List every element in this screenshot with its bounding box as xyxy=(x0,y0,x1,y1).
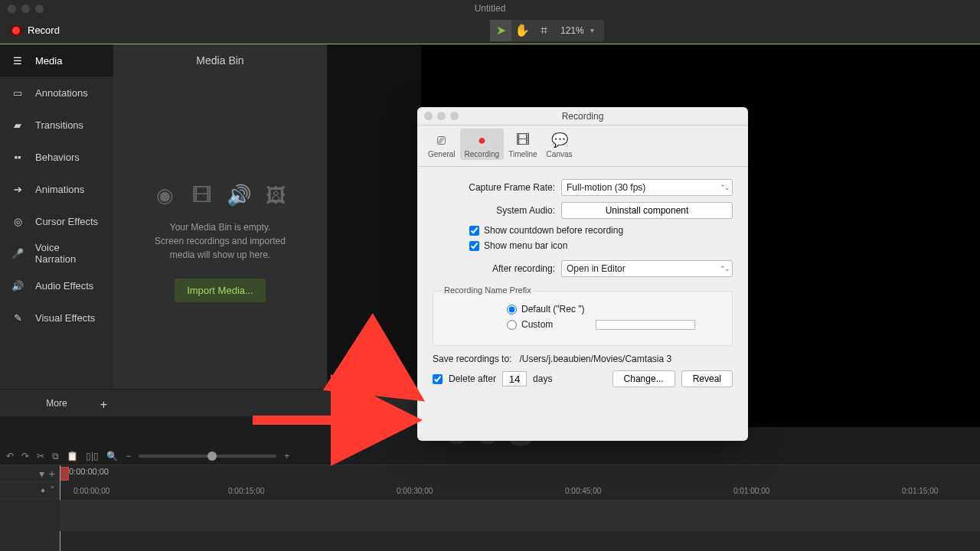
tab-general[interactable]: ⎚General xyxy=(423,129,460,160)
recording-icon: ● xyxy=(470,130,493,150)
select-value: Full-motion (30 fps) xyxy=(567,182,645,193)
sidebar-item-label: Transitions xyxy=(35,119,83,131)
ruler-mark: 0:01:00;00 xyxy=(733,487,769,495)
film-placeholder-icon: 🎞 xyxy=(191,184,214,207)
import-media-button[interactable]: Import Media... xyxy=(175,279,266,302)
sidebar-item-media[interactable]: ☰ Media xyxy=(0,44,113,77)
sidebar-item-voice-narration[interactable]: 🎤 Voice Narration xyxy=(0,237,113,269)
zoom-out-icon[interactable]: − xyxy=(126,451,131,461)
sidebar-item-visual-effects[interactable]: ✎ Visual Effects xyxy=(0,302,113,334)
system-audio-label: System Audio: xyxy=(433,205,561,216)
general-icon: ⎚ xyxy=(430,130,453,150)
timeline-toolbar: ↶ ↷ ✂ ⧉ 📋 ▯|▯ 🔍 − + xyxy=(0,447,980,465)
slider-thumb[interactable] xyxy=(207,452,217,461)
save-to-path: /Users/j.beaubien/Movies/Camtasia 3 xyxy=(519,354,733,364)
sidebar-item-cursor-effects[interactable]: ◎ Cursor Effects xyxy=(0,205,113,237)
zoom-dot[interactable] xyxy=(35,5,44,13)
ruler-mark: 0:00:30;00 xyxy=(397,487,433,495)
dialog-close-dot[interactable] xyxy=(424,112,433,120)
sidebar-item-label: Audio Effects xyxy=(35,280,93,292)
zoom-dropdown-icon[interactable]: ▾ xyxy=(590,26,604,34)
default-prefix-radio[interactable] xyxy=(507,305,517,315)
ruler-mark: 0:00:15;00 xyxy=(228,487,264,495)
dialog-tabs: ⎚General ●Recording 🎞Timeline 💬Canvas xyxy=(417,126,748,167)
canvas-tools: ➤ ✋ ⌗ 121% ▾ xyxy=(490,20,604,41)
track-header-row: ● ˅ xyxy=(0,482,60,499)
timeline-ruler[interactable]: 0:00:00;00 0:00:15;00 0:00:30;00 0:00:45… xyxy=(60,484,980,500)
tab-timeline[interactable]: 🎞Timeline xyxy=(504,129,541,160)
annotations-icon: ▭ xyxy=(11,87,24,98)
marker-icon[interactable]: ▾ xyxy=(39,468,44,480)
sidebar-item-audio-effects[interactable]: 🔊 Audio Effects xyxy=(0,269,113,302)
dialog-traffic-lights xyxy=(417,112,459,120)
copy-icon[interactable]: ⧉ xyxy=(52,451,59,461)
checkbox-label: Show menu bar icon xyxy=(484,240,567,251)
zoom-in-icon[interactable]: + xyxy=(284,451,289,461)
uninstall-component-button[interactable]: Uninstall component xyxy=(561,202,733,219)
more-button[interactable]: More + xyxy=(0,398,113,409)
custom-prefix-input[interactable] xyxy=(596,320,695,330)
animations-icon: ➔ xyxy=(11,184,24,194)
sidebar-item-label: Annotations xyxy=(35,87,88,99)
hand-tool-icon[interactable]: ✋ xyxy=(511,20,533,41)
timeline-clip[interactable] xyxy=(60,467,69,481)
cursor-effects-icon: ◎ xyxy=(11,216,24,227)
ruler-mark: 0:00:00;00 xyxy=(74,487,109,495)
delete-days-input[interactable] xyxy=(502,371,527,386)
marker-dot-icon[interactable]: ● xyxy=(41,486,45,494)
sidebar-item-animations[interactable]: ➔ Animations xyxy=(0,173,113,205)
record-label: Record xyxy=(28,24,60,36)
default-prefix-row: Default ("Rec ") xyxy=(507,304,721,315)
custom-prefix-radio[interactable] xyxy=(507,320,517,330)
undo-icon[interactable]: ↶ xyxy=(6,451,14,461)
sidebar: ☰ Media ▭ Annotations ▰ Transitions ▪▪ B… xyxy=(0,44,113,389)
record-icon xyxy=(11,25,21,36)
crop-tool-icon[interactable]: ⌗ xyxy=(533,20,554,41)
zoom-slider[interactable] xyxy=(139,455,276,458)
paste-icon[interactable]: 📋 xyxy=(67,451,78,461)
audio-placeholder-icon: 🔊 xyxy=(227,184,250,207)
tab-label: Canvas xyxy=(547,150,573,158)
audio-icon: 🔊 xyxy=(11,280,24,291)
minimize-dot[interactable] xyxy=(21,5,30,13)
dialog-titlebar: Recording xyxy=(417,107,748,126)
collapse-icon[interactable]: ˅ xyxy=(50,484,55,497)
menubar-checkbox[interactable] xyxy=(469,241,479,251)
countdown-checkbox-row: Show countdown before recording xyxy=(469,225,733,236)
tab-label: General xyxy=(428,150,456,158)
select-value: Open in Editor xyxy=(567,263,626,274)
record-button[interactable]: Record xyxy=(0,17,70,44)
dialog-zoom-dot[interactable] xyxy=(450,112,459,120)
reveal-button[interactable]: Reveal xyxy=(681,370,733,387)
after-recording-select[interactable]: Open in Editor xyxy=(561,260,733,277)
capture-rate-select[interactable]: Full-motion (30 fps) xyxy=(561,179,733,196)
track-header-row: ▾ + xyxy=(0,465,60,482)
mic-icon: 🎤 xyxy=(11,248,24,259)
cut-icon[interactable]: ✂ xyxy=(37,451,44,461)
sidebar-item-annotations[interactable]: ▭ Annotations xyxy=(0,77,113,109)
empty-line: Screen recordings and imported xyxy=(155,234,286,248)
dialog-body: Capture Frame Rate: Full-motion (30 fps)… xyxy=(417,167,748,396)
add-track-icon[interactable]: + xyxy=(49,468,55,480)
countdown-checkbox[interactable] xyxy=(469,226,479,236)
sidebar-item-behaviors[interactable]: ▪▪ Behaviors xyxy=(0,141,113,173)
timeline-track[interactable] xyxy=(60,500,980,531)
after-recording-label: After recording: xyxy=(433,263,561,274)
redo-icon[interactable]: ↷ xyxy=(21,451,29,461)
change-button[interactable]: Change... xyxy=(612,370,675,387)
sidebar-item-label: Animations xyxy=(35,184,84,195)
empty-line: Your Media Bin is empty. xyxy=(155,220,286,234)
tab-recording[interactable]: ●Recording xyxy=(460,129,505,160)
plus-icon[interactable]: + xyxy=(100,398,107,412)
delete-after-checkbox[interactable] xyxy=(433,374,443,384)
zoom-value[interactable]: 121% xyxy=(554,25,590,36)
empty-line: media will show up here. xyxy=(155,248,286,262)
save-to-row: Save recordings to: /Users/j.beaubien/Mo… xyxy=(433,354,733,364)
tab-canvas[interactable]: 💬Canvas xyxy=(542,129,577,160)
dialog-min-dot[interactable] xyxy=(437,112,446,120)
close-dot[interactable] xyxy=(8,5,16,13)
split-icon[interactable]: ▯|▯ xyxy=(86,451,99,461)
sidebar-item-transitions[interactable]: ▰ Transitions xyxy=(0,109,113,141)
cursor-tool-icon[interactable]: ➤ xyxy=(490,20,511,41)
delete-after-label: Delete after xyxy=(449,373,496,384)
